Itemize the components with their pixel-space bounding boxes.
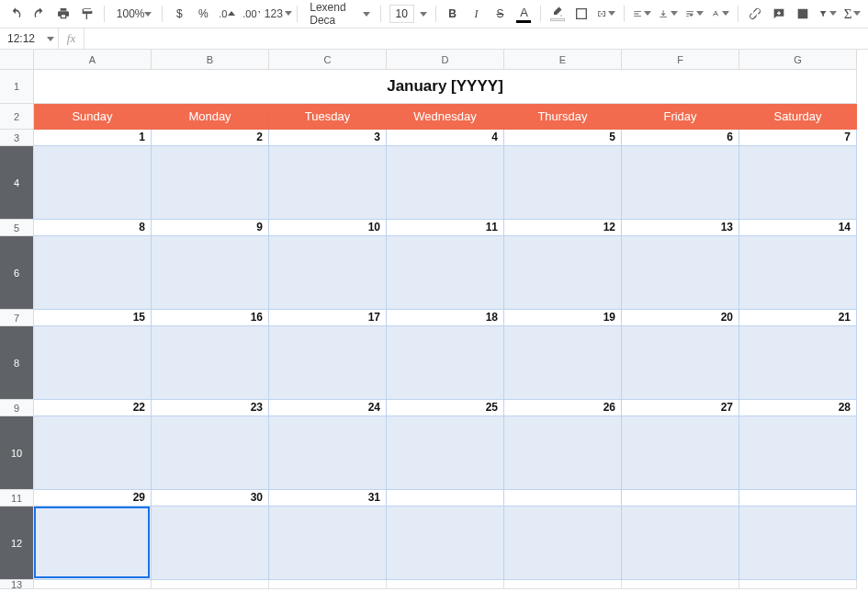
row-header[interactable]: 2: [0, 104, 34, 130]
week-cell[interactable]: [269, 146, 387, 220]
week-cell[interactable]: [622, 326, 739, 400]
date-cell[interactable]: 5: [504, 130, 622, 146]
date-cell[interactable]: 10: [269, 220, 387, 236]
select-all-corner[interactable]: [0, 50, 34, 70]
increase-decimal-button[interactable]: .00: [239, 2, 264, 26]
zoom-select[interactable]: 100%: [109, 4, 158, 24]
date-cell[interactable]: 29: [34, 490, 152, 507]
paint-format-button[interactable]: [75, 2, 99, 26]
date-cell[interactable]: 1: [34, 130, 152, 146]
date-cell[interactable]: 25: [387, 400, 504, 416]
dow-header[interactable]: Friday: [622, 104, 739, 130]
week-cell[interactable]: [269, 326, 387, 400]
insert-comment-button[interactable]: [767, 2, 791, 26]
grid-cell[interactable]: [269, 580, 387, 589]
row-header[interactable]: 6: [0, 236, 34, 310]
date-cell[interactable]: 22: [34, 400, 152, 416]
column-header[interactable]: D: [387, 50, 504, 70]
week-cell[interactable]: [387, 146, 504, 220]
date-cell[interactable]: 4: [387, 130, 504, 146]
grid-cell[interactable]: [504, 580, 622, 589]
week-cell[interactable]: [504, 326, 622, 400]
fill-color-button[interactable]: [546, 2, 569, 26]
week-cell[interactable]: [622, 507, 739, 580]
column-header[interactable]: A: [34, 50, 152, 70]
text-wrap-button[interactable]: [682, 2, 707, 26]
decrease-decimal-button[interactable]: .0: [215, 2, 239, 26]
week-cell[interactable]: [152, 146, 269, 220]
week-cell[interactable]: [269, 507, 387, 580]
calendar-title[interactable]: January [YYYY]: [34, 70, 857, 104]
text-rotation-button[interactable]: [707, 2, 733, 26]
dow-header[interactable]: Sunday: [34, 104, 152, 130]
week-cell[interactable]: [387, 236, 504, 310]
date-cell[interactable]: 7: [739, 130, 857, 146]
week-cell[interactable]: [387, 416, 504, 490]
week-cell[interactable]: [622, 416, 739, 490]
week-cell[interactable]: [152, 236, 269, 310]
horizontal-align-button[interactable]: [629, 2, 655, 26]
date-cell[interactable]: 21: [739, 310, 857, 326]
column-header[interactable]: B: [152, 50, 269, 70]
dow-header[interactable]: Thursday: [504, 104, 622, 130]
grid-cell[interactable]: [739, 580, 857, 589]
grid-body[interactable]: January [YYYY] Sunday Monday Tuesday Wed…: [34, 70, 868, 592]
date-cell[interactable]: 11: [387, 220, 504, 236]
font-select[interactable]: Lexend Deca: [302, 4, 376, 24]
formula-input[interactable]: [85, 29, 868, 48]
strikethrough-button[interactable]: S: [488, 2, 512, 26]
row-header[interactable]: 8: [0, 326, 34, 400]
grid-cell[interactable]: [622, 580, 739, 589]
date-cell[interactable]: 3: [269, 130, 387, 146]
date-cell[interactable]: 17: [269, 310, 387, 326]
date-cell[interactable]: [504, 490, 622, 507]
week-cell[interactable]: [504, 507, 622, 580]
date-cell[interactable]: 13: [622, 220, 739, 236]
more-formats-button[interactable]: 123: [264, 2, 292, 26]
text-color-button[interactable]: A: [512, 2, 535, 26]
borders-button[interactable]: [569, 2, 593, 26]
row-header[interactable]: 13: [0, 580, 34, 589]
row-header[interactable]: 4: [0, 146, 34, 220]
insert-link-button[interactable]: [743, 2, 767, 26]
week-cell[interactable]: [504, 236, 622, 310]
date-cell[interactable]: 9: [152, 220, 269, 236]
merge-cells-button[interactable]: [593, 2, 619, 26]
week-cell[interactable]: [34, 416, 152, 490]
row-header[interactable]: 3: [0, 130, 34, 146]
week-cell[interactable]: [152, 416, 269, 490]
name-box[interactable]: 12:12: [0, 28, 59, 49]
week-cell[interactable]: [739, 416, 857, 490]
week-cell[interactable]: [622, 236, 739, 310]
date-cell[interactable]: [387, 490, 504, 507]
format-percent-button[interactable]: %: [191, 2, 215, 26]
grid-cell[interactable]: [152, 580, 269, 589]
week-cell[interactable]: [504, 416, 622, 490]
week-cell[interactable]: [34, 236, 152, 310]
week-cell[interactable]: [387, 507, 504, 580]
week-cell[interactable]: [504, 146, 622, 220]
date-cell[interactable]: 18: [387, 310, 504, 326]
date-cell[interactable]: 30: [152, 490, 269, 507]
chevron-down-icon[interactable]: [416, 7, 431, 20]
date-cell[interactable]: 6: [622, 130, 739, 146]
week-cell[interactable]: [622, 146, 739, 220]
format-currency-button[interactable]: $: [167, 2, 191, 26]
filter-button[interactable]: [815, 2, 840, 26]
week-cell[interactable]: [269, 416, 387, 490]
vertical-align-button[interactable]: [655, 2, 681, 26]
week-cell[interactable]: [387, 326, 504, 400]
date-cell[interactable]: 28: [739, 400, 857, 416]
date-cell[interactable]: 15: [34, 310, 152, 326]
date-cell[interactable]: 8: [34, 220, 152, 236]
week-cell[interactable]: [152, 507, 269, 580]
print-button[interactable]: [51, 2, 75, 26]
font-size-input[interactable]: 10: [389, 5, 414, 23]
bold-button[interactable]: B: [440, 2, 464, 26]
date-cell[interactable]: 14: [739, 220, 857, 236]
date-cell[interactable]: 24: [269, 400, 387, 416]
week-cell[interactable]: [34, 507, 152, 580]
date-cell[interactable]: 20: [622, 310, 739, 326]
row-header[interactable]: 12: [0, 507, 34, 580]
week-cell[interactable]: [739, 236, 857, 310]
